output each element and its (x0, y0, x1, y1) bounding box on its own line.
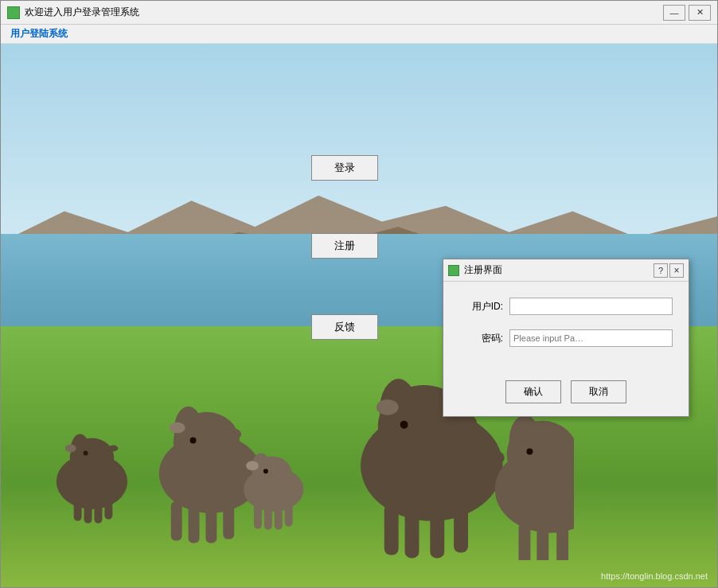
confirm-button[interactable]: 确认 (505, 380, 561, 403)
svg-point-19 (170, 423, 185, 434)
menu-item-system[interactable]: 用户登陆系统 (4, 25, 74, 42)
svg-point-9 (65, 445, 76, 453)
password-input[interactable] (509, 329, 673, 347)
svg-rect-37 (430, 507, 444, 559)
dialog-controls: ? × (654, 263, 684, 278)
svg-rect-27 (264, 504, 272, 530)
svg-point-10 (108, 446, 118, 452)
svg-point-20 (227, 429, 241, 440)
password-label: 密码: (459, 332, 503, 345)
user-id-input[interactable] (509, 298, 673, 315)
svg-rect-29 (285, 500, 293, 527)
svg-rect-7 (94, 500, 102, 524)
main-content: https://tonglin.blog.csdn.net 登录 注册 反馈 注… (1, 44, 717, 587)
register-dialog: 注册界面 ? × 用户ID: 密码: (443, 259, 689, 417)
dialog-help-button[interactable]: ? (654, 263, 668, 278)
svg-rect-46 (519, 523, 531, 560)
dialog-icon (448, 265, 459, 276)
dialog-cancel-button[interactable]: 取消 (571, 380, 626, 403)
svg-rect-8 (104, 497, 112, 520)
svg-point-41 (400, 421, 408, 429)
svg-rect-47 (537, 528, 548, 560)
svg-point-11 (84, 451, 88, 456)
window-controls: — ✕ (663, 5, 711, 21)
user-id-row: 用户ID: (459, 298, 673, 315)
window-title: 欢迎进入用户登录管理系统 (25, 6, 663, 19)
main-window: 欢迎进入用户登录管理系统 — ✕ 用户登陆系统 (0, 0, 718, 588)
svg-rect-18 (223, 501, 234, 539)
minimize-button[interactable]: — (663, 5, 685, 21)
svg-point-45 (509, 415, 541, 466)
svg-rect-26 (254, 501, 262, 529)
svg-rect-15 (171, 501, 182, 541)
dialog-title-bar: 注册界面 ? × (443, 259, 689, 282)
svg-point-21 (190, 438, 197, 444)
dialog-title: 注册界面 (464, 263, 654, 277)
register-button[interactable]: 注册 (311, 233, 378, 259)
svg-rect-36 (405, 509, 419, 559)
svg-rect-28 (275, 502, 283, 530)
title-bar: 欢迎进入用户登录管理系统 — ✕ (1, 1, 717, 25)
svg-rect-17 (205, 504, 217, 543)
svg-rect-48 (556, 525, 568, 560)
svg-rect-6 (84, 501, 92, 524)
svg-point-50 (526, 449, 533, 455)
dialog-body: 用户ID: 密码: (443, 282, 689, 374)
svg-rect-38 (454, 504, 468, 553)
user-id-label: 用户ID: (459, 300, 503, 313)
watermark: https://tonglin.blog.csdn.net (601, 571, 708, 581)
password-row: 密码: (459, 329, 673, 347)
svg-point-39 (377, 399, 399, 415)
feedback-button[interactable]: 反馈 (311, 314, 378, 340)
dialog-footer: 确认 取消 (443, 374, 689, 416)
close-button[interactable]: ✕ (689, 5, 711, 21)
login-button[interactable]: 登录 (311, 155, 378, 181)
svg-rect-35 (384, 504, 399, 555)
svg-point-42 (470, 449, 505, 468)
app-icon (7, 6, 20, 19)
svg-rect-5 (74, 497, 82, 521)
svg-point-40 (458, 415, 477, 430)
dialog-close-button[interactable]: × (669, 263, 684, 278)
svg-point-30 (246, 461, 259, 471)
svg-rect-16 (189, 505, 200, 543)
svg-point-31 (263, 469, 268, 473)
menu-bar: 用户登陆系统 (1, 25, 717, 44)
